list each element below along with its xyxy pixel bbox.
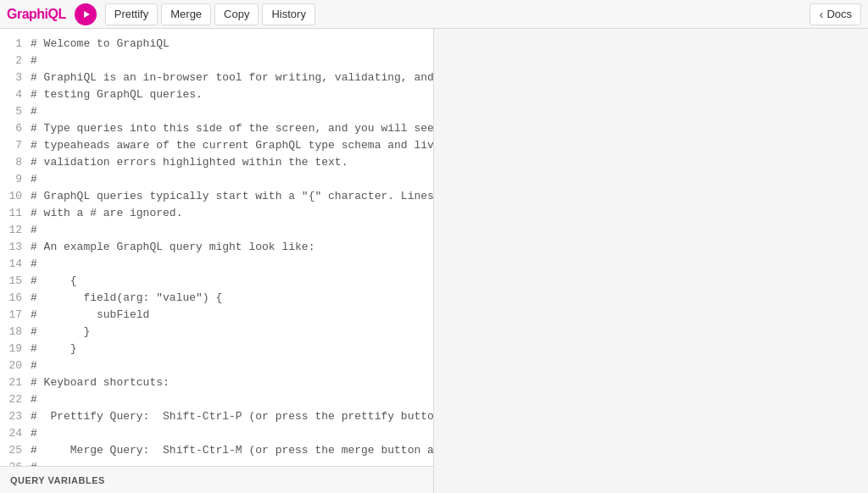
line-number: 11	[0, 205, 31, 222]
table-row: 4# testing GraphQL queries.	[0, 86, 433, 103]
table-row: 20#	[0, 357, 433, 374]
table-row: 24#	[0, 425, 433, 442]
line-number: 12	[0, 222, 31, 239]
line-content: # }	[31, 324, 433, 341]
line-number: 4	[0, 86, 31, 103]
prettify-button[interactable]: Prettify	[105, 3, 158, 25]
line-number: 8	[0, 154, 31, 171]
table-row: 12#	[0, 222, 433, 239]
line-content: #	[31, 103, 433, 120]
code-editor[interactable]: 1# Welcome to GraphiQL2#3# GraphiQL is a…	[0, 29, 433, 466]
line-number: 5	[0, 103, 31, 120]
line-number: 24	[0, 425, 31, 442]
line-number: 25	[0, 442, 31, 459]
line-number: 17	[0, 307, 31, 324]
table-row: 15# {	[0, 273, 433, 290]
query-variables-section[interactable]: QUERY VARIABLES	[0, 466, 433, 493]
line-content: #	[31, 222, 433, 239]
line-content: #	[31, 391, 433, 408]
run-button[interactable]	[75, 3, 97, 25]
line-content: # testing GraphQL queries.	[31, 86, 433, 103]
table-row: 9#	[0, 171, 433, 188]
line-number: 19	[0, 341, 31, 357]
line-content: #	[31, 459, 433, 466]
svg-marker-0	[84, 11, 90, 18]
docs-button[interactable]: Docs	[810, 3, 861, 25]
table-row: 7# typeaheads aware of the current Graph…	[0, 137, 433, 154]
line-content: #	[31, 53, 433, 69]
line-content: #	[31, 171, 433, 188]
line-content: # field(arg: "value") {	[31, 290, 433, 307]
line-content: # {	[31, 273, 433, 290]
line-content: # Keyboard shortcuts:	[31, 374, 433, 391]
table-row: 26#	[0, 459, 433, 466]
table-row: 18# }	[0, 324, 433, 341]
table-row: 17# subField	[0, 307, 433, 324]
line-content: # Welcome to GraphiQL	[31, 36, 433, 53]
line-number: 10	[0, 188, 31, 205]
table-row: 5#	[0, 103, 433, 120]
line-number: 6	[0, 120, 31, 137]
line-content: # subField	[31, 307, 433, 324]
table-row: 21# Keyboard shortcuts:	[0, 374, 433, 391]
line-number: 20	[0, 357, 31, 374]
response-panel	[434, 29, 868, 493]
copy-button[interactable]: Copy	[214, 3, 259, 25]
line-content: #	[31, 357, 433, 374]
line-number: 26	[0, 459, 31, 466]
line-number: 2	[0, 53, 31, 69]
table-row: 2#	[0, 53, 433, 69]
table-row: 8# validation errors highlighted within …	[0, 154, 433, 171]
line-content: # typeaheads aware of the current GraphQ…	[31, 137, 433, 154]
main-area: 1# Welcome to GraphiQL2#3# GraphiQL is a…	[0, 29, 868, 493]
editor-panel: 1# Welcome to GraphiQL2#3# GraphiQL is a…	[0, 29, 434, 493]
line-number: 7	[0, 137, 31, 154]
table-row: 13# An example GraphQL query might look …	[0, 239, 433, 256]
line-number: 9	[0, 171, 31, 188]
table-row: 19# }	[0, 341, 433, 357]
query-variables-label: QUERY VARIABLES	[10, 475, 105, 485]
line-content: # validation errors highlighted within t…	[31, 154, 433, 171]
table-row: 3# GraphiQL is an in-browser tool for wr…	[0, 69, 433, 86]
line-content: # with a # are ignored.	[31, 205, 433, 222]
line-content: # GraphQL queries typically start with a…	[31, 188, 433, 205]
graphiql-logo: GraphiQL	[7, 7, 66, 22]
table-row: 6# Type queries into this side of the sc…	[0, 120, 433, 137]
line-number: 16	[0, 290, 31, 307]
line-number: 3	[0, 69, 31, 86]
table-row: 23# Prettify Query: Shift-Ctrl-P (or pre…	[0, 408, 433, 425]
line-content: #	[31, 425, 433, 442]
table-row: 14#	[0, 256, 433, 273]
line-number: 14	[0, 256, 31, 273]
line-number: 22	[0, 391, 31, 408]
line-number: 13	[0, 239, 31, 256]
table-row: 10# GraphQL queries typically start with…	[0, 188, 433, 205]
toolbar: GraphiQL Prettify Merge Copy History Doc…	[0, 0, 868, 29]
line-number: 18	[0, 324, 31, 341]
line-number: 1	[0, 36, 31, 53]
history-button[interactable]: History	[262, 3, 314, 25]
line-content: # Type queries into this side of the scr…	[31, 120, 433, 137]
line-number: 21	[0, 374, 31, 391]
line-number: 23	[0, 408, 31, 425]
table-row: 25# Merge Query: Shift-Ctrl-M (or press …	[0, 442, 433, 459]
table-row: 16# field(arg: "value") {	[0, 290, 433, 307]
line-number: 15	[0, 273, 31, 290]
line-content: #	[31, 256, 433, 273]
line-content: # GraphiQL is an in-browser tool for wri…	[31, 69, 433, 86]
table-row: 22#	[0, 391, 433, 408]
table-row: 11# with a # are ignored.	[0, 205, 433, 222]
line-content: # An example GraphQL query might look li…	[31, 239, 433, 256]
table-row: 1# Welcome to GraphiQL	[0, 36, 433, 53]
line-content: # Merge Query: Shift-Ctrl-M (or press th…	[31, 442, 433, 459]
merge-button[interactable]: Merge	[161, 3, 211, 25]
line-content: # Prettify Query: Shift-Ctrl-P (or press…	[31, 408, 433, 425]
line-content: # }	[31, 341, 433, 357]
